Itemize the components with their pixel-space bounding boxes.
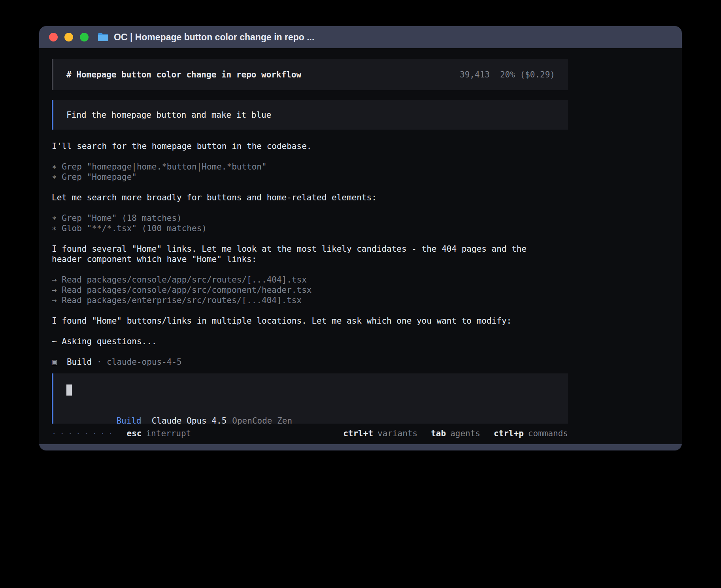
transcript-segment: Let me search more broadly for buttons a… bbox=[52, 193, 377, 202]
transcript-line: ∗ Glob "**/*.tsx" (100 matches) bbox=[52, 223, 568, 234]
shortcut-ctrl-p: ctrl+pcommands bbox=[494, 428, 568, 439]
transcript-line bbox=[52, 203, 568, 213]
session-header: # Homepage button color change in repo w… bbox=[52, 59, 568, 90]
session-stats: 39,41320% ($0.29) bbox=[410, 60, 555, 89]
transcript-segment: ~ Asking questions... bbox=[52, 337, 157, 346]
transcript-segment: ∗ Grep "Home" (18 matches) bbox=[52, 213, 182, 223]
transcript-line: ~ Asking questions... bbox=[52, 336, 568, 347]
shortcut-key: tab bbox=[431, 429, 446, 438]
transcript-line: header component which have "Home" links… bbox=[52, 254, 568, 264]
transcript-line: ∗ Grep "homepage|home.*button|Home.*butt… bbox=[52, 162, 568, 172]
session-title: # Homepage button color change in repo w… bbox=[66, 70, 301, 79]
model-info-line: BuildClaude Opus 4.5OpenCode Zen bbox=[66, 405, 555, 416]
token-count: 39,413 bbox=[460, 70, 490, 79]
terminal-window: OC | Homepage button color change in rep… bbox=[39, 26, 682, 450]
transcript-line: I found "Home" buttons/links in multiple… bbox=[52, 316, 568, 326]
assistant-transcript: I'll search for the homepage button in t… bbox=[52, 141, 568, 367]
input-line[interactable] bbox=[66, 384, 555, 396]
transcript-segment: header component which have "Home" links… bbox=[52, 254, 257, 264]
transcript-segment: claude-opus-4-5 bbox=[107, 357, 182, 367]
spinner-dots: ········ bbox=[52, 428, 117, 439]
transcript-segment: ∗ Glob "**/*.tsx" (100 matches) bbox=[52, 224, 207, 233]
titlebar: OC | Homepage button color change in rep… bbox=[39, 26, 682, 48]
transcript-line: → Read packages/console/app/src/componen… bbox=[52, 285, 568, 295]
user-message-text: Find the homepage button and make it blu… bbox=[66, 110, 271, 120]
transcript-segment bbox=[57, 357, 67, 367]
model-name: Claude Opus 4.5 bbox=[152, 416, 227, 426]
transcript-line bbox=[52, 151, 568, 162]
window-bottom-edge bbox=[39, 444, 682, 450]
transcript-line: ▣ Build · claude-opus-4-5 bbox=[52, 357, 568, 367]
close-button[interactable] bbox=[49, 33, 58, 41]
provider-name: OpenCode Zen bbox=[232, 416, 292, 426]
transcript-line: → Read packages/enterprise/src/routes/[.… bbox=[52, 295, 568, 305]
transcript-line bbox=[52, 326, 568, 336]
status-right: ctrl+tvariantstabagentsctrl+pcommands bbox=[343, 428, 568, 439]
usage-percent: 20% ($0.29) bbox=[500, 70, 555, 79]
transcript-segment: ∗ Grep "homepage|home.*button|Home.*butt… bbox=[52, 162, 267, 172]
transcript-line: Let me search more broadly for buttons a… bbox=[52, 192, 568, 203]
transcript-line bbox=[52, 182, 568, 192]
minimize-button[interactable] bbox=[64, 33, 73, 41]
transcript-segment: → Read packages/enterprise/src/routes/[.… bbox=[52, 296, 302, 305]
transcript-line: → Read packages/console/app/src/routes/[… bbox=[52, 275, 568, 285]
transcript-line: ∗ Grep "Home" (18 matches) bbox=[52, 213, 568, 223]
transcript-line bbox=[52, 347, 568, 357]
shortcut-key: esc bbox=[127, 429, 142, 438]
shortcut-label: agents bbox=[450, 429, 480, 438]
shortcut-esc: escinterrupt bbox=[127, 429, 191, 438]
transcript-segment: Build bbox=[67, 357, 92, 367]
transcript-segment: ▣ bbox=[52, 357, 57, 367]
agent-name: Build bbox=[116, 416, 141, 426]
user-message: Find the homepage button and make it blu… bbox=[52, 100, 568, 130]
transcript-line bbox=[52, 234, 568, 244]
transcript-segment: · bbox=[92, 357, 107, 367]
folder-icon bbox=[97, 32, 109, 42]
shortcut-tab: tabagents bbox=[431, 428, 480, 439]
transcript-segment: ∗ Grep "Homepage" bbox=[52, 172, 137, 182]
transcript-line: I'll search for the homepage button in t… bbox=[52, 141, 568, 151]
transcript-segment: → Read packages/console/app/src/componen… bbox=[52, 285, 311, 295]
shortcut-label: interrupt bbox=[146, 429, 191, 438]
transcript-line bbox=[52, 264, 568, 275]
zoom-button[interactable] bbox=[80, 33, 89, 41]
shortcut-label: variants bbox=[377, 429, 417, 438]
shortcut-key: ctrl+p bbox=[494, 429, 524, 438]
prompt-input[interactable]: BuildClaude Opus 4.5OpenCode Zen bbox=[52, 373, 568, 424]
terminal-content: # Homepage button color change in repo w… bbox=[39, 48, 682, 444]
transcript-line bbox=[52, 305, 568, 316]
transcript-line: I found several "Home" links. Let me loo… bbox=[52, 244, 568, 254]
traffic-lights bbox=[49, 33, 89, 41]
transcript-segment: I found several "Home" links. Let me loo… bbox=[52, 244, 527, 254]
shortcut-label: commands bbox=[528, 429, 568, 438]
text-cursor bbox=[66, 384, 72, 396]
shortcut-key: ctrl+t bbox=[343, 429, 373, 438]
shortcut-ctrl-t: ctrl+tvariants bbox=[343, 428, 417, 439]
transcript-segment: I found "Home" buttons/links in multiple… bbox=[52, 316, 511, 326]
window-title: OC | Homepage button color change in rep… bbox=[114, 32, 314, 43]
transcript-segment: I'll search for the homepage button in t… bbox=[52, 141, 311, 151]
status-left: ········ escinterrupt bbox=[52, 428, 191, 439]
transcript-line: ∗ Grep "Homepage" bbox=[52, 172, 568, 182]
transcript-segment: → Read packages/console/app/src/routes/[… bbox=[52, 275, 307, 285]
status-bar: ········ escinterrupt ctrl+tvariantstaba… bbox=[52, 428, 568, 439]
